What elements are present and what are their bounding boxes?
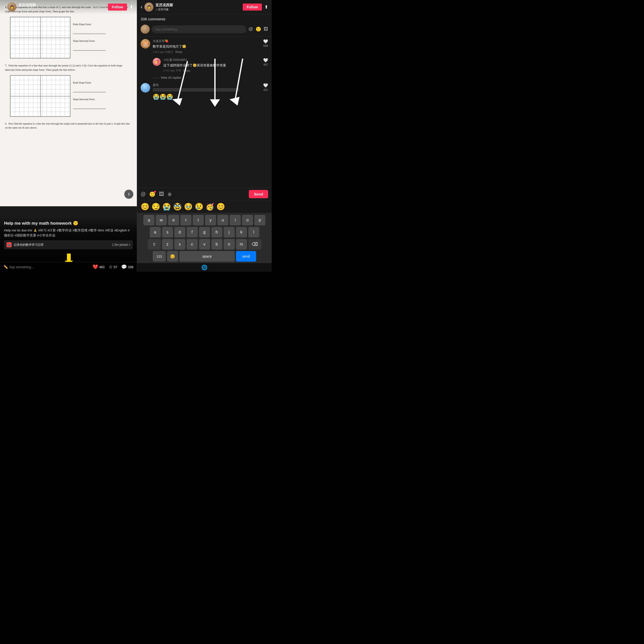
- left-follow-button[interactable]: Follow: [108, 4, 127, 11]
- keyboard-row-1: q w e r t y u i o p: [138, 215, 271, 225]
- right-avatar[interactable]: 👩: [144, 3, 153, 12]
- key-f[interactable]: f: [187, 227, 198, 237]
- comment-username-2: 小红薯 640A48A1: [163, 58, 261, 62]
- emoji-5[interactable]: 🥹: [184, 203, 193, 211]
- replies-line: [153, 78, 160, 78]
- plus-toolbar-icon[interactable]: ⊕: [168, 191, 172, 197]
- key-w[interactable]: w: [156, 215, 167, 225]
- keyboard-row-3: ⇧ z x c v b n m ⌫: [138, 239, 271, 250]
- comment-item: 🐹 光速反弹🍓 数学算是找对地方了🥺 1 hrs ago 内蒙古 Reply 🤍…: [141, 39, 268, 54]
- video-title: Help me with my math homework 😕: [4, 221, 133, 226]
- left-avatar[interactable]: 👩: [7, 3, 16, 12]
- comments-list: 🐹 光速反弹🍓 数学算是找对地方了🥺 1 hrs ago 内蒙古 Reply 🤍…: [137, 36, 272, 188]
- key-k[interactable]: k: [236, 227, 247, 237]
- left-share-icon[interactable]: ⬆: [130, 4, 133, 10]
- left-panel: 6. Find the equation of a line that has …: [0, 0, 137, 272]
- left-back-button[interactable]: ‹: [4, 4, 5, 10]
- key-h[interactable]: h: [211, 227, 222, 237]
- emoji-6[interactable]: 😢: [195, 203, 204, 211]
- comments-action[interactable]: 💬 338: [121, 264, 133, 270]
- heart-outline-3[interactable]: 🤍: [263, 83, 268, 88]
- stars-count: 57: [114, 265, 117, 269]
- image-icon[interactable]: 🖼: [264, 26, 268, 32]
- space-key[interactable]: space: [179, 251, 235, 262]
- likes-count: 483: [99, 265, 105, 269]
- stars-action[interactable]: ☆ 57: [109, 264, 117, 270]
- reply-btn-2[interactable]: Reply: [183, 69, 190, 72]
- comment-username-1: 光速反弹🍓: [153, 39, 261, 43]
- key-b[interactable]: b: [211, 239, 222, 250]
- key-r[interactable]: r: [180, 215, 191, 225]
- key-x[interactable]: x: [174, 239, 185, 250]
- video-desc: Help me its due tmr 🙏 #补习 #计算 #数学作业 #数学思…: [4, 228, 133, 238]
- key-z[interactable]: z: [162, 239, 173, 250]
- key-d[interactable]: d: [174, 227, 185, 237]
- emoji-4[interactable]: 🥸: [173, 203, 182, 211]
- view-replies[interactable]: View 43 replies: [153, 76, 268, 79]
- key-y[interactable]: y: [205, 215, 216, 225]
- emoji-3[interactable]: 😭: [162, 203, 171, 211]
- comment-icon: 💬: [121, 264, 127, 270]
- edit-icon: ✏️: [4, 265, 8, 269]
- key-s[interactable]: s: [162, 227, 173, 237]
- shift-key[interactable]: ⇧: [148, 239, 161, 250]
- commenter-avatar: [141, 25, 150, 34]
- keyboard-send-key[interactable]: send: [236, 251, 256, 262]
- key-t[interactable]: t: [193, 215, 204, 225]
- key-g[interactable]: g: [199, 227, 210, 237]
- heart-outline-2[interactable]: 🤍: [263, 58, 268, 63]
- heart-icon: ❤️: [93, 264, 98, 270]
- left-say-something[interactable]: ✏️ Say something...: [4, 265, 89, 269]
- key-n[interactable]: n: [224, 239, 235, 250]
- key-u[interactable]: u: [217, 215, 228, 225]
- right-follow-button[interactable]: Follow: [243, 4, 262, 11]
- challenge-text: 记录你的数学学习日常: [14, 243, 44, 247]
- key-o[interactable]: o: [242, 215, 253, 225]
- comment-body-2: 小红薯 640A48A1 这下成跨国作业帮了🥺英语答案换数学答案 1 hrs a…: [163, 58, 261, 73]
- key-j[interactable]: j: [224, 227, 235, 237]
- image-toolbar-icon[interactable]: 🖼: [159, 191, 164, 197]
- at-icon[interactable]: @: [249, 26, 253, 32]
- key-e[interactable]: e: [168, 215, 179, 225]
- key-p[interactable]: p: [254, 215, 265, 225]
- right-back-button[interactable]: ‹: [141, 4, 142, 10]
- right-share-icon[interactable]: ⬆: [264, 4, 268, 10]
- key-a[interactable]: a: [150, 227, 161, 237]
- commenter-avatar-2: 🍠: [153, 58, 161, 66]
- emoji-8[interactable]: 😊: [216, 203, 225, 211]
- comment-input-box[interactable]: Say something...: [152, 25, 247, 33]
- numbers-key[interactable]: 123: [153, 251, 166, 262]
- likes-action[interactable]: ❤️ 483: [93, 264, 105, 270]
- emoji-7[interactable]: 🥳: [206, 203, 214, 211]
- emoji-1[interactable]: 😊: [141, 203, 149, 211]
- emoji-icon[interactable]: 🙂: [256, 26, 261, 32]
- heart-outline-1[interactable]: 🤍: [263, 39, 268, 44]
- globe-icon: 🌐: [201, 264, 208, 270]
- comment-item-2: 🍠 小红薯 640A48A1 这下成跨国作业帮了🥺英语答案换数学答案 1 hrs…: [153, 58, 268, 73]
- say-something-text: Say something...: [9, 265, 34, 269]
- problem-b: b. Now find the equation to a line the r…: [5, 122, 132, 130]
- key-l[interactable]: l: [248, 227, 259, 237]
- key-c[interactable]: c: [187, 239, 198, 250]
- send-icon[interactable]: ⬆: [124, 190, 133, 199]
- keyboard-row-2: a s d f g h j k l: [138, 227, 271, 237]
- delete-key[interactable]: ⌫: [248, 239, 261, 250]
- keyboard-emoji-key[interactable]: 😊: [167, 251, 178, 262]
- video-content: 6. Find the equation of a line that has …: [0, 0, 137, 206]
- comment-meta-1: 1 hrs ago 内蒙古 Reply: [153, 50, 261, 54]
- key-v[interactable]: v: [199, 239, 210, 250]
- challenge-bar[interactable]: 📹 记录你的数学学习日常 1.5m joined >: [4, 240, 133, 249]
- right-username: 亚历克西斯: [155, 3, 243, 8]
- reply-btn-1[interactable]: Reply: [175, 50, 182, 53]
- right-user-info: 亚历克西斯 ♪ 没有对象: [155, 3, 243, 11]
- view-replies-text[interactable]: View 43 replies: [161, 76, 181, 79]
- at-toolbar-icon[interactable]: @: [141, 191, 146, 197]
- key-q[interactable]: q: [143, 215, 154, 225]
- comment-text-1: 数学算是找对地方了🥺: [153, 44, 261, 49]
- send-button[interactable]: Send: [249, 190, 268, 198]
- key-i[interactable]: i: [230, 215, 241, 225]
- comment-meta-2: 1 hrs ago 天津 Reply: [163, 69, 261, 72]
- key-m[interactable]: m: [236, 239, 247, 250]
- emoji-2[interactable]: 😏: [151, 203, 160, 211]
- star-icon: ☆: [109, 264, 113, 270]
